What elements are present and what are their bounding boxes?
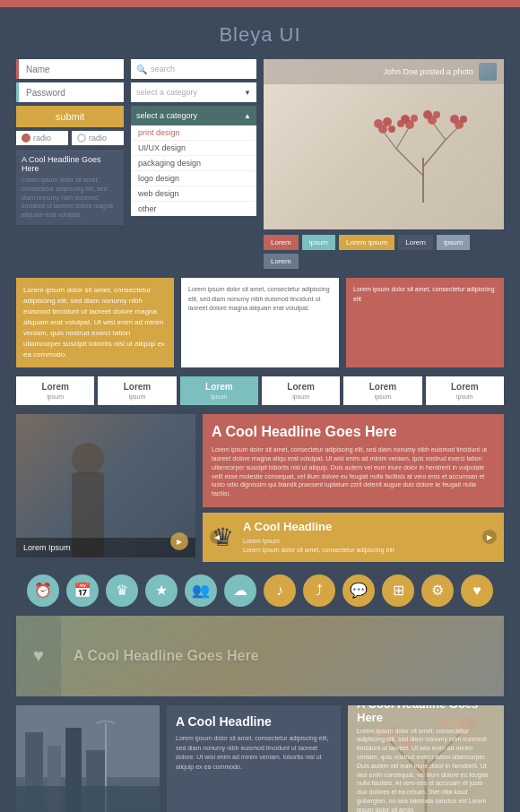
tag-gray[interactable]: ipsum	[437, 235, 470, 250]
lorem-card-5[interactable]: Lorem ipsum	[426, 376, 504, 405]
radio-item-1[interactable]: radio	[16, 131, 68, 145]
svg-point-16	[423, 110, 432, 119]
dropdown-item-2[interactable]: packaging design	[131, 156, 256, 171]
select-placeholder-1: select a category	[136, 88, 197, 97]
submit-button[interactable]: submit	[16, 106, 124, 127]
dropdown-item-1[interactable]: UI/UX design	[131, 141, 256, 156]
photo-card: John Doe posted a photo	[264, 59, 504, 229]
svg-point-17	[433, 111, 440, 118]
svg-rect-21	[16, 414, 195, 557]
select-box-1[interactable]: select a category ▼	[131, 82, 256, 102]
search-placeholder: search	[151, 65, 175, 73]
lorem-card-1-sub: ipsum	[101, 393, 172, 400]
star-icon: ★	[155, 582, 168, 599]
music-icon-circle[interactable]: ♪	[264, 574, 296, 607]
text-block-yellow: Lorem ipsum dolor sit amet, consectetur …	[16, 278, 174, 367]
media-label-text: Lorem Ipsum	[23, 543, 71, 552]
media-card: Lorem Ipsum ▶	[16, 414, 195, 557]
dropdown-header[interactable]: select a category ▲	[131, 106, 256, 125]
svg-point-20	[460, 116, 467, 123]
person-illustration	[16, 414, 195, 557]
tag-yellow[interactable]: Lorem ipsum	[339, 235, 394, 250]
big-photo-card: A Cool Headline Goes Here Lorem ipsum do…	[348, 705, 504, 812]
headline-card-yellow-title: A Cool Headline	[243, 520, 394, 533]
wide-card-section: ♥ A Cool Headline Goes Here	[0, 616, 520, 696]
page-title: Bleya UI	[0, 7, 520, 59]
grid-icon: ⊞	[393, 582, 404, 599]
lorem-card-3-title: Lorem	[265, 382, 336, 392]
tag-dark[interactable]: Lorem	[398, 235, 433, 250]
svg-line-2	[423, 140, 446, 167]
lorem-card-1[interactable]: Lorem ipsum	[98, 376, 176, 405]
dropdown-item-0[interactable]: print design	[131, 125, 256, 141]
share-icon-circle[interactable]: ⤴	[303, 574, 335, 607]
nav-arrow-right[interactable]: ▶	[482, 530, 497, 544]
lorem-card-5-title: Lorem	[429, 382, 500, 392]
headline-card-yellow-subtitle: Lorem Ipsum	[243, 537, 394, 546]
lorem-card-3[interactable]: Lorem ipsum	[262, 376, 340, 405]
settings-icon-circle[interactable]: ⚙	[421, 574, 454, 607]
lorem-card-2-sub: ipsum	[184, 393, 255, 400]
svg-point-22	[72, 443, 104, 475]
radio-group: radio radio	[16, 131, 124, 145]
lorem-card-4[interactable]: Lorem ipsum	[343, 376, 421, 405]
dropdown-item-5[interactable]: other	[131, 202, 256, 216]
calendar-icon: 📅	[74, 582, 91, 599]
svg-line-3	[383, 131, 396, 149]
bottom-text-card-title: A Cool Headline	[176, 714, 332, 730]
grid-icon-circle[interactable]: ⊞	[382, 574, 414, 607]
photo-card-header: John Doe posted a photo	[264, 59, 504, 84]
small-card-title: A Cool Headline Goes Here	[22, 155, 118, 173]
berry-branch-decoration	[369, 104, 477, 212]
radio-item-2[interactable]: radio	[72, 131, 124, 145]
tag-muted[interactable]: Lorem	[264, 254, 299, 269]
lorem-card-0-title: Lorem	[20, 382, 91, 392]
bottom-photo-background	[16, 705, 160, 812]
password-input[interactable]	[16, 82, 124, 102]
music-icon: ♪	[276, 583, 283, 599]
chat-icon: 💬	[350, 582, 368, 599]
users-icon-circle[interactable]: 👥	[185, 574, 217, 607]
headline-cards: A Cool Headline Goes Here Lorem ipsum do…	[203, 414, 504, 562]
star-icon-circle[interactable]: ★	[145, 574, 178, 607]
dropdown-header-text: select a category	[136, 111, 197, 120]
heart-icon-circle[interactable]: ♥	[461, 574, 493, 607]
chat-icon-circle[interactable]: 💬	[342, 574, 375, 607]
name-input[interactable]	[16, 59, 124, 79]
lorem-card-0[interactable]: Lorem ipsum	[16, 376, 94, 405]
svg-point-8	[374, 119, 383, 128]
nav-arrow-left[interactable]: ◀	[210, 530, 224, 544]
lorem-card-4-title: Lorem	[347, 382, 418, 392]
dropdown-item-4[interactable]: web design	[131, 186, 256, 202]
bottom-text-card-text: Lorem ipsum dolor sit amet, consectetur …	[176, 734, 332, 772]
alarm-icon-circle[interactable]: ⏰	[27, 574, 59, 607]
headline-card-yellow: ◀ ♛ A Cool Headline Lorem Ipsum Lorem ip…	[203, 513, 504, 562]
icons-section: ⏰ 📅 ♛ ★ 👥 ☁ ♪ ⤴ 💬 ⊞ ⚙ ♥	[0, 571, 520, 610]
text-block-coral: Lorem ipsum dolor sit amet, consectetur …	[346, 278, 504, 367]
dropdown-item-3[interactable]: logo design	[131, 171, 256, 186]
heart-icon: ♥	[472, 583, 481, 599]
cloud-icon-circle[interactable]: ☁	[224, 574, 256, 607]
lorem-card-3-sub: ipsum	[265, 393, 336, 400]
crown-icon-circle[interactable]: ♛	[106, 574, 138, 607]
top-bar	[0, 0, 520, 7]
svg-line-1	[396, 149, 423, 176]
alarm-icon: ⏰	[34, 582, 52, 599]
svg-point-9	[383, 117, 392, 126]
bottom-photo-card	[16, 705, 160, 812]
chevron-up-icon: ▲	[244, 112, 251, 120]
calendar-icon-circle[interactable]: 📅	[66, 574, 99, 607]
tag-teal[interactable]: ipsum	[302, 235, 335, 250]
lorem-card-2[interactable]: Lorem ipsum	[180, 376, 258, 405]
svg-point-14	[397, 120, 404, 127]
lorem-cards-section: Lorem ipsum Lorem ipsum Lorem ipsum Lore…	[0, 376, 520, 405]
search-box[interactable]: 🔍 search	[131, 59, 256, 79]
search-icon: 🔍	[136, 65, 147, 74]
tag-coral[interactable]: Lorem	[264, 235, 299, 250]
crown-icon: ♛	[116, 582, 128, 599]
photo-card-user: John Doe posted a photo	[383, 67, 473, 76]
share-icon: ⤴	[316, 583, 323, 599]
media-background	[16, 414, 195, 557]
play-button[interactable]: ▶	[170, 532, 188, 550]
lorem-card-4-sub: ipsum	[347, 393, 418, 400]
